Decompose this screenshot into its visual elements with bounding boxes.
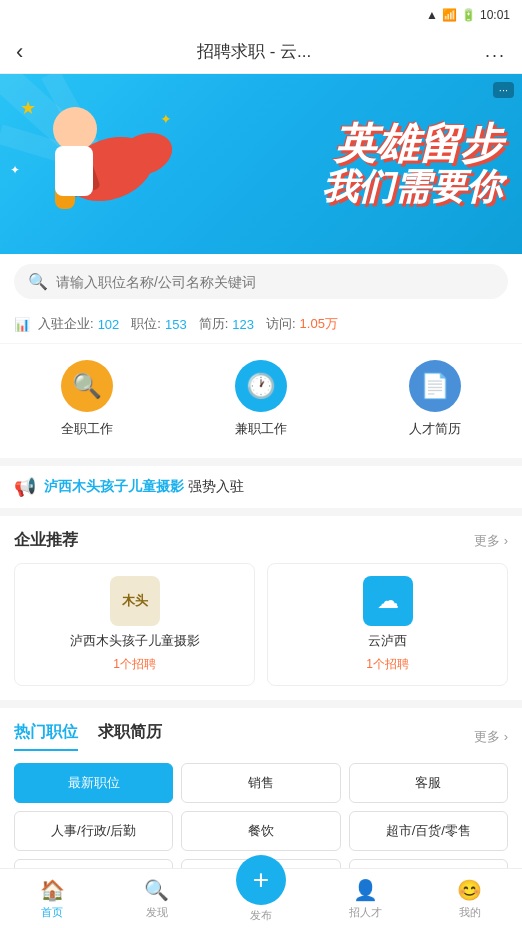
tab-hot-jobs[interactable]: 热门职位 <box>14 722 78 751</box>
notice-company: 泸西木头孩子儿童摄影 <box>44 478 184 494</box>
nav-discover[interactable]: 🔍 发现 <box>104 878 208 920</box>
stat-visit-value: 1.05万 <box>300 315 338 333</box>
stat-enterprise-value: 102 <box>98 317 120 332</box>
stat-resume-value: 123 <box>232 317 254 332</box>
stat-enterprise-label: 入驻企业: <box>38 315 94 333</box>
stat-jobs-value: 153 <box>165 317 187 332</box>
fulltime-icon: 🔍 <box>61 360 113 412</box>
tab-resume[interactable]: 求职简历 <box>98 722 162 751</box>
nav-mine-label: 我的 <box>459 905 481 920</box>
banner-dots[interactable]: ··· <box>493 82 514 98</box>
quick-actions: 🔍 全职工作 🕐 兼职工作 📄 人才简历 <box>0 344 522 458</box>
nav-publish-wrap: + 发布 <box>209 875 313 923</box>
back-button[interactable]: ‹ <box>16 39 23 65</box>
cat-food[interactable]: 餐饮 <box>181 811 340 851</box>
status-icons: ▲ 📶 🔋 10:01 <box>426 8 510 22</box>
resume-label: 人才简历 <box>409 420 461 438</box>
search-input-wrap[interactable]: 🔍 <box>14 264 508 299</box>
company-logo-2: ☁ <box>363 576 413 626</box>
notice-suffix: 强势入驻 <box>184 478 244 494</box>
cat-hr[interactable]: 人事/行政/后勤 <box>14 811 173 851</box>
company-name-1: 泸西木头孩子儿童摄影 <box>70 632 200 650</box>
search-bar-container: 🔍 <box>0 254 522 309</box>
company-card-1[interactable]: 木头 泸西木头孩子儿童摄影 1个招聘 <box>14 563 255 686</box>
banner-text: 英雄留步 我们需要你 <box>322 121 502 207</box>
nav-bar: ‹ 招聘求职 - 云... ... <box>0 30 522 74</box>
company-section-title: 企业推荐 <box>14 530 78 551</box>
cat-sales[interactable]: 销售 <box>181 763 340 803</box>
home-icon: 🏠 <box>40 878 64 902</box>
nav-publish-label: 发布 <box>250 908 272 923</box>
job-cat-row-1: 最新职位 销售 客服 <box>14 763 508 803</box>
time-display: 10:01 <box>480 8 510 22</box>
svg-point-7 <box>53 107 97 151</box>
quick-action-parttime[interactable]: 🕐 兼职工作 <box>235 360 287 438</box>
stat-visit-label: 访问: <box>266 315 296 333</box>
job-cat-row-2: 人事/行政/后勤 餐饮 超市/百货/零售 <box>14 811 508 851</box>
fulltime-label: 全职工作 <box>61 420 113 438</box>
nav-home-label: 首页 <box>41 905 63 920</box>
jobs-more-button[interactable]: 更多 › <box>474 728 508 746</box>
nav-recruit[interactable]: 👤 招人才 <box>313 878 417 920</box>
company-jobs-2: 1个招聘 <box>366 656 409 673</box>
company-card-2[interactable]: ☁ 云泸西 1个招聘 <box>267 563 508 686</box>
company-section-header: 企业推荐 更多 › <box>14 530 508 551</box>
stat-jobs-label: 职位: <box>131 315 161 333</box>
quick-action-resume[interactable]: 📄 人才简历 <box>409 360 461 438</box>
mine-icon: 😊 <box>458 878 482 902</box>
stats-chart-icon: 📊 <box>14 317 30 332</box>
search-icon: 🔍 <box>28 272 48 291</box>
svg-text:★: ★ <box>20 98 36 118</box>
more-button[interactable]: ... <box>485 41 506 62</box>
company-cards: 木头 泸西木头孩子儿童摄影 1个招聘 ☁ 云泸西 1个招聘 <box>14 563 508 686</box>
company-more-button[interactable]: 更多 › <box>474 532 508 550</box>
nav-home[interactable]: 🏠 首页 <box>0 878 104 920</box>
svg-text:✦: ✦ <box>160 111 172 127</box>
parttime-icon: 🕐 <box>235 360 287 412</box>
nav-mine[interactable]: 😊 我的 <box>418 878 522 920</box>
jobs-header: 热门职位 求职简历 更多 › <box>0 708 522 751</box>
cat-supermarket[interactable]: 超市/百货/零售 <box>349 811 508 851</box>
stats-bar: 📊 入驻企业: 102 职位: 153 简历: 123 访问: 1.05万 <box>0 309 522 343</box>
stat-resume-label: 简历: <box>199 315 229 333</box>
signal-icon: 📶 <box>442 8 457 22</box>
resume-icon: 📄 <box>409 360 461 412</box>
wifi-icon: ▲ <box>426 8 438 22</box>
banner-line2: 我们需要你 <box>322 167 502 207</box>
publish-button[interactable]: + <box>236 855 286 905</box>
svg-text:✦: ✦ <box>10 163 20 177</box>
nav-recruit-label: 招人才 <box>349 905 382 920</box>
company-logo-1: 木头 <box>110 576 160 626</box>
banner-line1: 英雄留步 <box>322 121 502 167</box>
status-bar: ▲ 📶 🔋 10:01 <box>0 0 522 30</box>
page-title: 招聘求职 - 云... <box>197 40 311 63</box>
parttime-label: 兼职工作 <box>235 420 287 438</box>
battery-icon: 🔋 <box>461 8 476 22</box>
bottom-nav: 🏠 首页 🔍 发现 + 发布 👤 招人才 😊 我的 <box>0 868 522 928</box>
nav-discover-label: 发现 <box>146 905 168 920</box>
quick-action-fulltime[interactable]: 🔍 全职工作 <box>61 360 113 438</box>
cat-customer[interactable]: 客服 <box>349 763 508 803</box>
cat-latest[interactable]: 最新职位 <box>14 763 173 803</box>
search-input[interactable] <box>56 274 494 290</box>
company-name-2: 云泸西 <box>368 632 407 650</box>
banner-mascot: ★ ✦ ✦ <box>0 74 200 254</box>
notice-text: 泸西木头孩子儿童摄影 强势入驻 <box>44 478 508 496</box>
company-jobs-1: 1个招聘 <box>113 656 156 673</box>
company-section: 企业推荐 更多 › 木头 泸西木头孩子儿童摄影 1个招聘 ☁ 云泸西 1个招聘 <box>0 516 522 700</box>
notice-speaker-icon: 📢 <box>14 476 36 498</box>
discover-icon: 🔍 <box>145 878 169 902</box>
banner: ★ ✦ ✦ 英雄留步 我们需要你 ··· <box>0 74 522 254</box>
notice-bar: 📢 泸西木头孩子儿童摄影 强势入驻 <box>0 466 522 508</box>
recruit-icon: 👤 <box>353 878 377 902</box>
svg-rect-8 <box>55 146 93 196</box>
